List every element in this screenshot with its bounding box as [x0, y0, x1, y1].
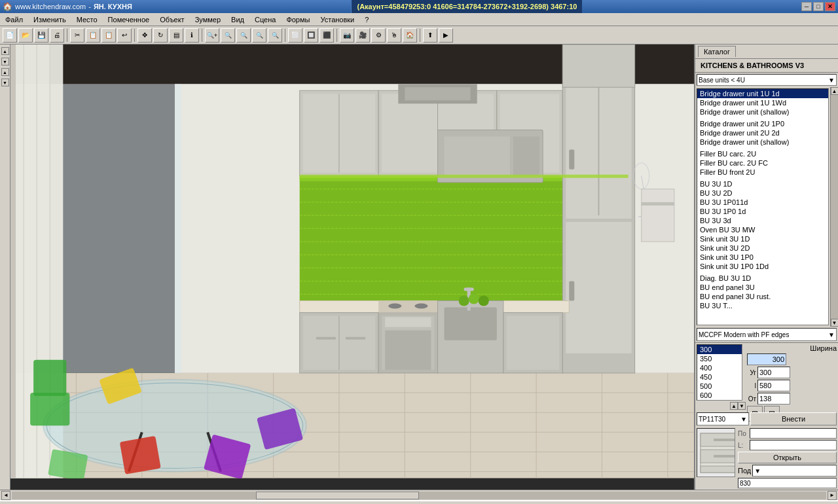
tb-save[interactable]: 💾 — [34, 28, 48, 43]
size-500[interactable]: 500 — [697, 382, 742, 391]
catalog-tab[interactable]: Каталог — [698, 46, 736, 57]
tb-up[interactable]: ⬆ — [423, 28, 437, 43]
menu-help[interactable]: ? — [359, 14, 374, 25]
tb-cut[interactable]: ✂ — [70, 28, 84, 43]
tb-zoom-in[interactable]: 🔍 — [221, 28, 235, 43]
insert-button[interactable]: Внести — [750, 412, 837, 425]
tb-undo[interactable]: ↩ — [117, 28, 132, 43]
code-dropdown[interactable]: TP11T30 ▼ — [697, 412, 749, 425]
catalog-item-25[interactable]: BU end panel 3U rust. — [697, 292, 828, 301]
catalog-item-8[interactable]: Filler BU carc. 2U — [697, 149, 828, 158]
size-width-input[interactable] — [747, 353, 786, 365]
menu-object[interactable]: Объект — [155, 14, 189, 25]
maximize-button[interactable]: □ — [813, 2, 824, 11]
tb-zoom-all[interactable]: 🔍 — [268, 28, 282, 43]
catalog-item-9[interactable]: Filler BU carc. 2U FC — [697, 158, 828, 168]
size-450[interactable]: 450 — [697, 372, 742, 382]
menu-marked[interactable]: Помеченное — [103, 14, 155, 25]
tb-copy[interactable]: 📋 — [86, 28, 100, 43]
size-600[interactable]: 600 — [697, 391, 742, 400]
tb-open[interactable]: 📂 — [18, 28, 33, 43]
menu-scene[interactable]: Сцена — [249, 14, 281, 25]
preview-input-l[interactable] — [750, 440, 837, 450]
catalog-item-20[interactable]: Sink unit 3U 1P0 — [697, 253, 828, 262]
tb-fill[interactable]: ⬛ — [319, 28, 334, 43]
size-scroll-up[interactable]: ▲ — [730, 402, 738, 410]
menu-view[interactable]: Вид — [226, 14, 249, 25]
menu-place[interactable]: Место — [71, 14, 103, 25]
catalog-item-16[interactable]: BU 3U 3d — [697, 216, 828, 225]
tb-zoom-fit[interactable]: 🔍+ — [205, 28, 219, 43]
indicator-up[interactable]: ▲ — [1, 47, 9, 55]
tb-print[interactable]: 🖨 — [50, 28, 64, 43]
menu-zoom[interactable]: Зуммер — [190, 14, 226, 25]
size-350[interactable]: 350 — [697, 354, 742, 363]
catalog-item-26[interactable]: BU 3U T... — [697, 301, 828, 310]
filter-dropdown[interactable]: Base units < 4U ▼ — [697, 74, 837, 86]
size-300[interactable]: 300 — [697, 345, 742, 354]
catalog-item-1[interactable]: Bridge drawer unit 1U 1Wd — [697, 98, 828, 107]
menu-edit[interactable]: Изменить — [28, 14, 71, 25]
scroll-right[interactable]: ► — [828, 491, 837, 500]
close-button[interactable]: ✕ — [825, 2, 835, 11]
tb-home[interactable]: 🏠 — [403, 28, 417, 43]
catalog-item-4[interactable]: Bridge drawer unit 2U 1P0 — [697, 119, 828, 128]
open-button[interactable]: Открыть — [738, 452, 837, 463]
tb-video[interactable]: 🎥 — [355, 28, 370, 43]
field-input-l[interactable] — [757, 380, 790, 391]
catalog-item-13[interactable]: BU 3U 2D — [697, 189, 828, 198]
tb-cursor[interactable]: 🖱 — [387, 28, 401, 43]
catalog-item-10[interactable]: Filler BU front 2U — [697, 168, 828, 177]
catalog-scrollbar[interactable]: ▲ ▼ — [830, 87, 838, 327]
field-input-ot[interactable] — [757, 393, 790, 405]
scroll-down[interactable]: ▼ — [831, 319, 839, 327]
3d-view[interactable] — [10, 45, 694, 490]
tb-camera[interactable]: 📷 — [340, 28, 354, 43]
indicator-down[interactable]: ▼ — [1, 58, 9, 65]
h-scroll-thumb[interactable] — [256, 492, 419, 499]
catalog-item-2[interactable]: Bridge drawer unit (shallow) — [697, 107, 828, 117]
menu-settings[interactable]: Установки — [315, 14, 359, 25]
tb-rotate[interactable]: ↻ — [153, 28, 168, 43]
tb-grid[interactable]: ▤ — [169, 28, 183, 43]
style-dropdown[interactable]: МССРF Modern with PF edges ▼ — [697, 328, 837, 341]
catalog-item-19[interactable]: Sink unit 3U 2D — [697, 243, 828, 253]
field-input-ug[interactable] — [757, 367, 790, 378]
tb-zoom-sel[interactable]: 🔍 — [252, 28, 266, 43]
tb-select[interactable]: 🔲 — [304, 28, 318, 43]
pod-dropdown[interactable]: ▼ — [752, 465, 837, 477]
catalog-list[interactable]: Bridge drawer unit 1U 1d Bridge drawer u… — [697, 88, 829, 325]
h-scroll-track[interactable] — [12, 492, 826, 499]
indicator-down2[interactable]: ▼ — [1, 79, 9, 86]
tb-settings[interactable]: ⚙ — [371, 28, 386, 43]
catalog-item-12[interactable]: BU 3U 1D — [697, 179, 828, 189]
minimize-button[interactable]: ─ — [801, 2, 812, 11]
h-scrollbar[interactable]: ◄ ► — [0, 490, 838, 500]
preview-input-po[interactable] — [750, 428, 837, 439]
tb-rect[interactable]: ⬜ — [288, 28, 302, 43]
size-list[interactable]: 300 350 400 450 500 600 — [697, 344, 742, 401]
catalog-item-14[interactable]: BU 3U 1P011d — [697, 198, 828, 207]
catalog-item-24[interactable]: BU end panel 3U — [697, 283, 828, 292]
size-scroll-down[interactable]: ▼ — [738, 402, 746, 410]
pod-value-input[interactable] — [738, 478, 837, 488]
tb-paste[interactable]: 📋 — [101, 28, 116, 43]
catalog-item-17[interactable]: Oven BU 3U MW — [697, 225, 828, 234]
catalog-item-0[interactable]: Bridge drawer unit 1U 1d — [697, 89, 828, 98]
catalog-item-15[interactable]: BU 3U 1P0 1d — [697, 207, 828, 216]
menu-file[interactable]: Файл — [0, 14, 28, 25]
catalog-item-18[interactable]: Sink unit 3U 1D — [697, 234, 828, 243]
tb-zoom-out[interactable]: 🔍 — [236, 28, 251, 43]
indicator-up2[interactable]: ▲ — [1, 68, 9, 76]
tb-new[interactable]: 📄 — [3, 28, 17, 43]
tb-right[interactable]: ▶ — [439, 28, 453, 43]
scroll-up[interactable]: ▲ — [831, 87, 839, 95]
scroll-track[interactable] — [831, 95, 839, 319]
menu-forms[interactable]: Формы — [281, 14, 315, 25]
catalog-item-23[interactable]: Diag. BU 3U 1D — [697, 274, 828, 283]
tb-move[interactable]: ✥ — [137, 28, 152, 43]
size-400[interactable]: 400 — [697, 363, 742, 372]
tb-info[interactable]: ℹ — [185, 28, 199, 43]
catalog-item-5[interactable]: Bridge drawer unit 2U 2d — [697, 128, 828, 137]
catalog-item-21[interactable]: Sink unit 3U 1P0 1Dd — [697, 262, 828, 271]
